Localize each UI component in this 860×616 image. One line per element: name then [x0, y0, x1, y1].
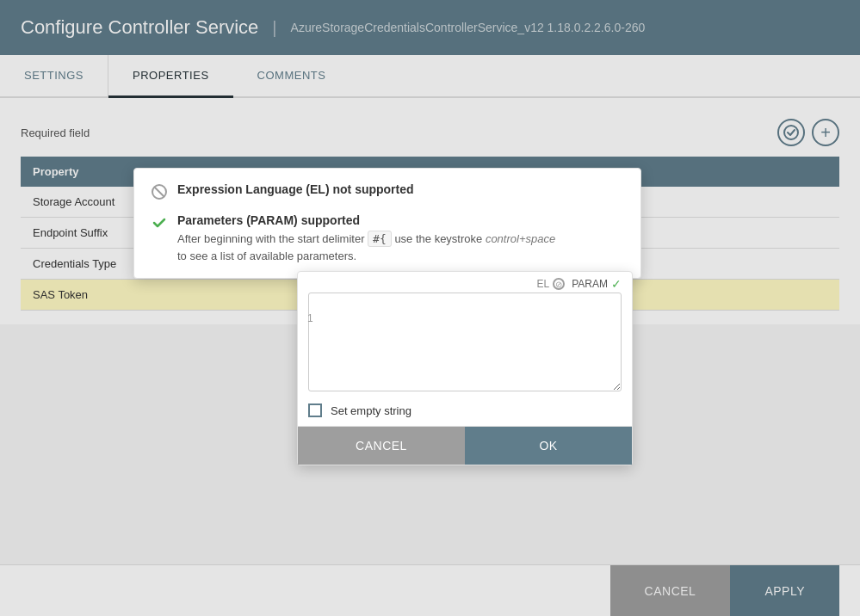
keystroke-text: control+space — [486, 232, 555, 245]
el-status: EL ⊘ — [537, 278, 566, 290]
line-number: 1 — [307, 312, 313, 324]
el-tooltip-item: Expression Language (EL) not supported — [152, 182, 623, 203]
param-tooltip-item: Parameters (PARAM) supported After begin… — [152, 213, 623, 264]
svg-line-2 — [155, 188, 164, 197]
dialog-status-bar: EL ⊘ PARAM ✓ — [298, 272, 632, 293]
param-supported-title: Parameters (PARAM) supported — [177, 213, 555, 227]
param-status-icon: ✓ — [611, 277, 622, 291]
cancel-dialog-button[interactable]: CANCEL — [298, 427, 465, 465]
check-icon — [152, 215, 167, 234]
prohibited-icon — [152, 184, 167, 203]
el-label-text: EL — [537, 278, 550, 290]
param-status: PARAM ✓ — [572, 277, 622, 291]
textarea-wrapper — [298, 293, 632, 395]
value-input[interactable] — [308, 293, 622, 391]
ok-dialog-button[interactable]: OK — [465, 427, 632, 465]
empty-string-checkbox[interactable] — [308, 403, 322, 417]
empty-string-row: Set empty string — [298, 395, 632, 426]
tooltip-popup: Expression Language (EL) not supported P… — [133, 168, 641, 279]
param-code: #{ — [368, 231, 392, 247]
input-dialog: EL ⊘ PARAM ✓ Set empty string CANCEL OK — [297, 271, 633, 465]
param-label-text: PARAM — [572, 278, 608, 290]
desc-prefix: After beginning with the start delimiter — [177, 232, 368, 245]
el-status-icon: ⊘ — [553, 278, 565, 290]
desc-end: to see a list of available parameters. — [177, 249, 356, 262]
empty-string-label[interactable]: Set empty string — [331, 404, 411, 417]
param-supported-desc: After beginning with the start delimiter… — [177, 231, 555, 264]
dialog-buttons: CANCEL OK — [298, 426, 632, 465]
el-not-supported-title: Expression Language (EL) not supported — [177, 182, 414, 196]
desc-middle: use the keystroke — [392, 232, 486, 245]
